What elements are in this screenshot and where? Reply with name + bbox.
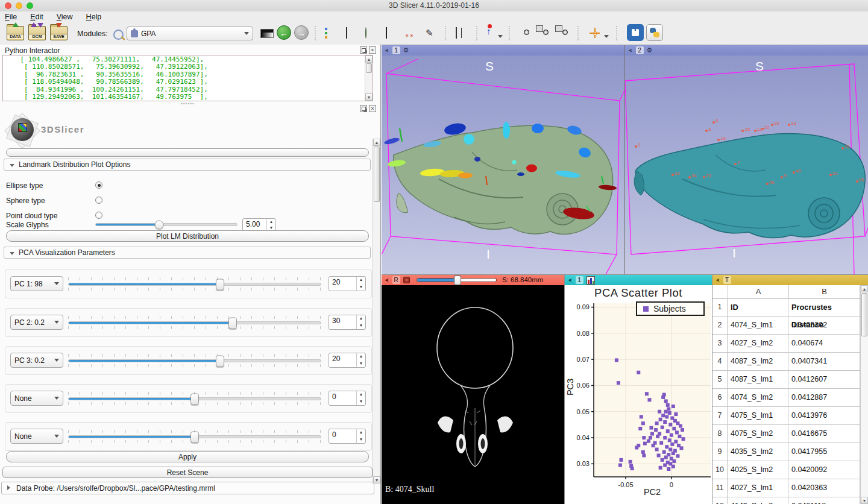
place-fiducial-chevron-icon[interactable]: [498, 35, 503, 40]
threed-view-2-content[interactable]: 238251220101319167948462233342655 S I: [625, 55, 868, 274]
apply-button[interactable]: Apply: [6, 451, 369, 462]
table-row[interactable]: 54087_S_lm10.0412607: [712, 371, 860, 389]
pin-icon[interactable]: ➤: [628, 48, 633, 54]
plot-view[interactable]: ➤ 1 PCA Scatter Plot 0.030.040.050.060.0…: [565, 275, 712, 504]
crosshair-icon[interactable]: [590, 28, 600, 39]
view-options-gear-icon[interactable]: ⚙: [403, 46, 409, 54]
extensions-manager-button[interactable]: [627, 24, 644, 41]
clipped-button[interactable]: [6, 148, 369, 157]
scroll-up-icon[interactable]: ▲: [373, 139, 380, 146]
pc2-spinbox[interactable]: 30▲▼: [329, 315, 366, 330]
table-row[interactable]: 114027_S_lm10.0420363: [712, 479, 860, 497]
scroll-up-icon[interactable]: ▲: [861, 285, 868, 292]
spin-arrows[interactable]: ▲▼: [356, 429, 365, 443]
pc4-spinbox[interactable]: 0▲▼: [329, 391, 366, 406]
table-row[interactable]: 84075_S_lm20.0416675: [712, 425, 860, 443]
sphere-type-radio[interactable]: [95, 197, 102, 204]
plot-lm-distribution-button[interactable]: Plot LM Distribution: [6, 230, 369, 242]
slider-knob[interactable]: [190, 393, 199, 405]
column-b-header[interactable]: B: [789, 285, 860, 298]
pc3-spinbox[interactable]: 20▲▼: [329, 353, 366, 368]
pin-icon[interactable]: ➤: [715, 277, 720, 283]
table-scrollbar[interactable]: ▲ ▼: [860, 285, 868, 504]
spin-arrows[interactable]: ▲▼: [356, 277, 365, 291]
scroll-thumb[interactable]: [861, 293, 867, 336]
close-panel-icon[interactable]: ×: [369, 46, 376, 54]
place-fiducial-icon[interactable]: [486, 28, 497, 39]
table-header-row[interactable]: 1 ID Procrustes Distance: [712, 298, 860, 317]
ellipse-type-radio[interactable]: [95, 181, 102, 189]
reset-scene-button[interactable]: Reset Scene: [2, 467, 373, 478]
module-selector[interactable]: GPA: [127, 27, 253, 40]
view-options-gear-icon[interactable]: ⚙: [647, 46, 653, 54]
scroll-down-icon[interactable]: ▼: [365, 93, 373, 101]
slice-visibility-icon[interactable]: [403, 277, 410, 283]
pc5-spinbox[interactable]: 0▲▼: [329, 429, 366, 444]
slice-offset-slider[interactable]: [417, 278, 497, 282]
table-row[interactable]: 94035_S_lm20.0417955: [712, 443, 860, 461]
pc1-spinbox[interactable]: 20▲▼: [329, 276, 366, 291]
slider-knob[interactable]: [216, 355, 224, 367]
pc4-slider[interactable]: [68, 397, 321, 400]
pc1-slider[interactable]: [68, 283, 321, 286]
save-button[interactable]: SAVE: [49, 24, 68, 42]
history-forward-button[interactable]: →: [294, 25, 309, 40]
editor-pencil-icon[interactable]: ✎: [426, 28, 436, 39]
menu-help[interactable]: Help: [86, 13, 102, 21]
module-panel-scrollbar[interactable]: ▲ ▼: [373, 139, 380, 484]
pca-parameters-header[interactable]: PCA Visualization Parameters: [4, 247, 371, 259]
slider-knob[interactable]: [228, 317, 237, 329]
table-view[interactable]: ➤ T A B 1 ID Procrustes Distance 24074_S…: [712, 275, 868, 504]
pin-icon[interactable]: ➤: [385, 277, 389, 283]
float-module-panel-icon[interactable]: [360, 105, 367, 112]
scale-glyphs-spinbox[interactable]: 5.00 ▲▼: [242, 218, 276, 231]
crosshair-chevron-icon[interactable]: [604, 35, 609, 40]
markups-icon[interactable]: ✳✳✳✳: [405, 29, 416, 40]
chart-icon[interactable]: [587, 276, 595, 285]
slider-knob[interactable]: [216, 279, 224, 290]
module-search-icon[interactable]: [113, 30, 124, 40]
volume-cube-icon[interactable]: [346, 28, 357, 39]
red-slice-view[interactable]: ➤ R S: 68.840mm B: 4074_Skull: [382, 275, 564, 504]
threed-view-2[interactable]: ➤ 2 ⚙: [625, 45, 868, 274]
scroll-down-icon[interactable]: ▼: [861, 497, 868, 504]
transforms-grid-icon[interactable]: [386, 28, 397, 39]
point-cloud-type-radio[interactable]: [95, 212, 102, 219]
pc2-selector[interactable]: PC 2: 0.2: [10, 315, 63, 330]
restore-scene-view-icon[interactable]: [559, 28, 570, 39]
pc5-slider[interactable]: [68, 435, 321, 438]
data-probe-header[interactable]: Data Probe: /Users/srolfe/Dropbox/Sl...p…: [1, 482, 374, 494]
menu-view[interactable]: View: [57, 13, 73, 21]
table-column-headers[interactable]: A B: [712, 285, 860, 299]
scale-glyphs-slider[interactable]: [95, 223, 237, 226]
table-row[interactable]: 124149_S_lm20.0421118: [712, 497, 860, 504]
screenshot-camera-icon[interactable]: [521, 28, 532, 39]
slider-knob[interactable]: [190, 431, 199, 443]
scroll-down-icon[interactable]: ▼: [373, 476, 380, 484]
pc3-slider[interactable]: [68, 359, 321, 362]
pc2-slider[interactable]: [68, 321, 321, 324]
python-console[interactable]: [ 104.4986627 , 75.30271111, 47.14455952…: [2, 55, 373, 101]
menu-edit[interactable]: Edit: [30, 13, 43, 21]
scroll-thumb[interactable]: [374, 146, 380, 202]
landmark-options-header[interactable]: Landmark Distribution Plot Options: [4, 159, 371, 171]
python-interactor-button[interactable]: [646, 24, 663, 41]
console-scrollbar[interactable]: ▲ ▼: [365, 55, 373, 101]
dcm-import-button[interactable]: DCM: [28, 24, 46, 42]
pin-icon[interactable]: ➤: [568, 277, 573, 283]
splitter-handle[interactable]: ••••••: [181, 101, 195, 106]
spin-arrows[interactable]: ▲▼: [356, 353, 365, 367]
pc5-selector[interactable]: None: [10, 429, 63, 444]
spin-arrows[interactable]: ▲▼: [266, 219, 275, 230]
load-data-button[interactable]: DATA: [6, 24, 24, 42]
scene-view-camera-icon[interactable]: [540, 28, 551, 39]
table-row[interactable]: 34027_S_lm20.040674: [712, 335, 860, 353]
table-row[interactable]: 24074_S_lm10.0405302: [712, 317, 860, 335]
window-level-icon[interactable]: [260, 29, 274, 38]
layout-selector-icon[interactable]: [456, 28, 467, 39]
close-module-panel-icon[interactable]: ×: [369, 105, 376, 112]
table-row[interactable]: 64074_S_lm20.0412887: [712, 389, 860, 407]
spin-arrows[interactable]: ▲▼: [356, 391, 365, 405]
threed-view-1[interactable]: ➤ 1 ⚙: [382, 45, 624, 274]
module-history-icon[interactable]: [326, 28, 336, 39]
